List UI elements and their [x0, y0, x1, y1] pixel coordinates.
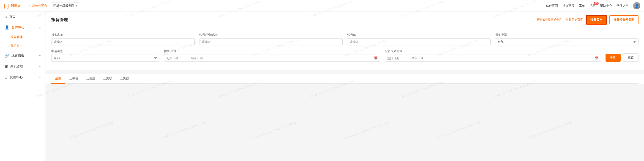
logo-divider — [25, 4, 25, 8]
nav-messages-wrap[interactable]: 消息 75 — [590, 4, 596, 8]
label-report-type: 报备类型 — [495, 33, 638, 37]
form-row-1: 报备名称 账号/登陆名称 账号ID 报备类型 全部 普通报备 特殊报备 — [51, 33, 638, 45]
form-group-expire-time: 报备失效时间 - 📅 — [385, 49, 601, 62]
label-report-name: 报备名称 — [51, 33, 195, 37]
sidebar-home-label: 首页 — [9, 15, 16, 19]
sidebar-cost-label: 费用中心 — [10, 75, 23, 79]
chevron-down-icon-cost: ∨ — [39, 76, 41, 79]
expire-date-start-input[interactable] — [387, 56, 408, 60]
sidebar-opportunities-label: 商机管理 — [10, 64, 23, 69]
calendar-icon[interactable]: 📅 — [374, 56, 378, 60]
customer-icon: 👤 — [4, 25, 9, 30]
topbar-right: 伙伴官网 待办事项 工单 消息 75 帮助中心 伙伴之声 👤 — [546, 2, 640, 10]
label-expire-time: 报备失效时间 — [385, 49, 601, 53]
input-account-name[interactable] — [199, 38, 342, 45]
region-selector[interactable]: 区域一级服务商 ▼ — [51, 3, 80, 9]
messages-badge: 75 — [594, 2, 599, 5]
form-group-account-id: 账号ID — [347, 33, 490, 45]
my-customers-label: 我的客户 — [10, 44, 22, 48]
date-range-expire-time[interactable]: - 📅 — [385, 55, 601, 62]
tabs-section: 全部 已申请 已注册 已关联 已失效 — [46, 74, 644, 84]
search-section: 报备名称 账号/登陆名称 账号ID 报备类型 全部 普通报备 特殊报备 — [46, 28, 644, 70]
page-header-actions: 报备&关联客户指引 查看历史页面 报备客户 报备多账号关联 — [537, 15, 638, 24]
sidebar-leads-label: 线索情报 — [12, 54, 24, 58]
label-account-id: 账号ID — [347, 33, 490, 37]
logo-subtitle: 生态伙伴平台 — [29, 4, 47, 8]
sidebar-item-my-customers[interactable]: 我的客户 — [0, 42, 46, 50]
chevron-down-icon: ▼ — [75, 4, 78, 7]
sidebar-item-report-management[interactable]: 报备管理 — [0, 33, 46, 42]
select-apply-type[interactable]: 全部 新申请 续签 — [51, 55, 160, 62]
sidebar-customer-label: 客户中心 — [12, 26, 24, 30]
input-report-name[interactable] — [51, 38, 195, 45]
logo-icon: [-] — [4, 3, 9, 9]
form-actions: 查询 重置 — [606, 49, 638, 62]
form-group-apply-type: 申请类型 全部 新申请 续签 — [51, 49, 160, 62]
input-account-id[interactable] — [347, 38, 490, 45]
main-content: 报备管理 报备&关联客户指引 查看历史页面 报备客户 报备多账号关联 报备名称 … — [46, 12, 644, 161]
tab-applied[interactable]: 已申请 — [65, 74, 82, 84]
nav-partner-voice[interactable]: 伙伴之声 — [616, 4, 628, 8]
select-report-type[interactable]: 全部 普通报备 特殊报备 — [495, 38, 638, 45]
expire-date-end-input[interactable] — [412, 56, 432, 60]
link-history[interactable]: 查看历史页面 — [566, 18, 583, 22]
report-management-label: 报备管理 — [10, 35, 22, 39]
logo-area: [-] 阿里云 生态伙伴平台 — [4, 3, 47, 9]
form-group-account-name: 账号/登陆名称 — [199, 33, 342, 45]
expire-calendar-icon[interactable]: 📅 — [595, 56, 598, 60]
label-apply-type: 申请类型 — [51, 49, 160, 53]
sidebar-item-cost-center[interactable]: ⊡ 费用中心 ∨ — [0, 72, 46, 83]
sidebar-item-leads[interactable]: 🔗 线索情报 ∨ — [0, 50, 46, 61]
leads-icon: 🔗 — [4, 53, 9, 58]
tab-linked[interactable]: 已关联 — [99, 74, 116, 84]
chevron-down-icon-opportunities: ∨ — [39, 65, 41, 68]
nav-partner-portal[interactable]: 伙伴官网 — [546, 4, 558, 8]
topbar: [-] 阿里云 生态伙伴平台 区域一级服务商 ▼ 伙伴官网 待办事项 工单 消息… — [0, 0, 644, 12]
nav-work-order[interactable]: 工单 — [579, 4, 585, 8]
date-end-input[interactable] — [191, 56, 212, 60]
form-group-name: 报备名称 — [51, 33, 195, 45]
report-customer-button[interactable]: 报备客户 — [586, 15, 607, 24]
sidebar: ⌂ 首页 👤 客户中心 ∧ 报备管理 我的客户 🔗 线索情报 ∨ ▣ 商机管理 … — [0, 12, 46, 161]
page-header: 报备管理 报备&关联客户指引 查看历史页面 报备客户 报备多账号关联 — [46, 12, 644, 28]
region-label: 区域一级服务商 — [53, 4, 74, 8]
tab-registered[interactable]: 已注册 — [82, 74, 99, 84]
avatar[interactable]: 👤 — [633, 2, 640, 10]
page-title: 报备管理 — [51, 17, 68, 23]
report-account-button[interactable]: 报备多账号关联 — [610, 15, 638, 24]
opportunities-icon: ▣ — [4, 64, 8, 69]
chevron-down-icon-leads: ∨ — [39, 54, 41, 57]
chevron-up-icon: ∧ — [39, 26, 41, 29]
expire-date-separator: - — [409, 56, 410, 60]
logo-text: 阿里云 — [10, 4, 21, 8]
reset-button[interactable]: 重置 — [623, 53, 638, 62]
tab-all[interactable]: 全部 — [51, 74, 65, 84]
home-icon: ⌂ — [4, 15, 7, 19]
form-group-report-time: 报备时间 - 📅 — [164, 49, 380, 62]
main-layout: ⌂ 首页 👤 客户中心 ∧ 报备管理 我的客户 🔗 线索情报 ∨ ▣ 商机管理 … — [0, 12, 644, 161]
sidebar-item-home[interactable]: ⌂ 首页 — [0, 12, 46, 22]
form-row-2: 申请类型 全部 新申请 续签 报备时间 - 📅 — [51, 49, 638, 62]
label-report-time: 报备时间 — [164, 49, 380, 53]
cost-icon: ⊡ — [4, 75, 8, 79]
date-start-input[interactable] — [166, 56, 187, 60]
tab-expired[interactable]: 已失效 — [116, 74, 133, 84]
form-group-report-type: 报备类型 全部 普通报备 特殊报备 — [495, 33, 638, 45]
date-separator: - — [188, 56, 190, 60]
sidebar-item-customer-center[interactable]: 👤 客户中心 ∧ — [0, 22, 46, 33]
date-range-report-time[interactable]: - 📅 — [164, 55, 380, 62]
search-button[interactable]: 查询 — [606, 54, 621, 62]
label-account-name: 账号/登陆名称 — [199, 33, 342, 37]
sidebar-item-opportunities[interactable]: ▣ 商机管理 ∨ — [0, 61, 46, 72]
nav-pending-tasks[interactable]: 待办事项 — [562, 4, 574, 8]
link-report-guide[interactable]: 报备&关联客户指引 — [537, 18, 563, 22]
nav-help-center[interactable]: 帮助中心 — [600, 4, 612, 8]
tabs: 全部 已申请 已注册 已关联 已失效 — [51, 74, 638, 84]
